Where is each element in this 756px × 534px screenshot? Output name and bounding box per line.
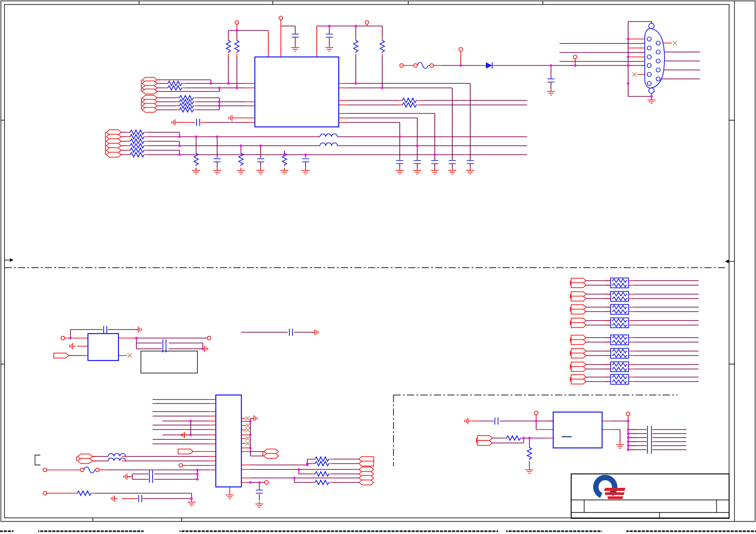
schematic-sheet bbox=[0, 0, 756, 534]
oscillator-ic bbox=[88, 334, 118, 360]
transceiver-circuit bbox=[105, 16, 527, 174]
ground-icon bbox=[325, 45, 333, 51]
title-block bbox=[571, 474, 729, 518]
resistor-pack-channel bbox=[570, 348, 699, 358]
ground-icon bbox=[547, 89, 555, 95]
ground-icon bbox=[172, 119, 178, 126]
ground-icon bbox=[192, 168, 200, 174]
no-connect-icon bbox=[246, 417, 250, 421]
resistor-pack-channel bbox=[570, 374, 699, 384]
resistor-pack-channel bbox=[570, 304, 699, 314]
ground-icon bbox=[312, 329, 318, 335]
resistor-pack-bank bbox=[570, 278, 699, 384]
no-connect-icon bbox=[673, 41, 677, 45]
protection-line bbox=[400, 22, 700, 104]
ground-icon bbox=[525, 467, 533, 473]
ground-icon bbox=[302, 168, 310, 174]
ground-icon bbox=[647, 97, 655, 104]
d-sub-connector bbox=[559, 22, 700, 104]
ground-icon bbox=[229, 115, 235, 121]
ground-icon bbox=[124, 473, 130, 480]
diode-icon bbox=[486, 62, 492, 69]
ground-icon bbox=[257, 168, 265, 174]
resistor-pack-channel bbox=[570, 278, 699, 288]
ground-icon bbox=[448, 168, 456, 174]
bottom-text-strip bbox=[0, 530, 756, 533]
edge-bracket bbox=[35, 455, 40, 465]
port-flag-group-bus bbox=[105, 130, 121, 157]
resistor-pack-channel bbox=[570, 291, 699, 301]
section-divider bbox=[4, 258, 734, 268]
no-connect-icon bbox=[246, 437, 250, 441]
ground-icon bbox=[466, 168, 474, 174]
ground-icon bbox=[70, 343, 76, 349]
ground-icon bbox=[135, 326, 141, 333]
ground-icon bbox=[213, 168, 221, 174]
ground-icon bbox=[396, 168, 404, 174]
port-flag-group-a bbox=[141, 78, 157, 94]
ground-icon bbox=[413, 168, 421, 174]
ground-icon bbox=[255, 501, 263, 508]
mounting-hole bbox=[649, 23, 654, 29]
mounting-hole bbox=[649, 88, 654, 93]
ground-icon bbox=[226, 492, 234, 499]
no-connect-icon bbox=[246, 428, 250, 432]
no-connect-icon bbox=[128, 354, 132, 358]
sub-region-divider bbox=[393, 395, 677, 466]
note-box bbox=[141, 351, 197, 373]
ground-icon bbox=[237, 168, 245, 174]
ground-icon bbox=[251, 415, 257, 421]
controller-circuit bbox=[35, 395, 374, 508]
ground-icon bbox=[431, 168, 439, 174]
sheet-frame bbox=[1, 1, 755, 521]
no-connect-icon bbox=[246, 424, 250, 428]
clock-driver-ic bbox=[553, 412, 602, 448]
ground-icon bbox=[111, 495, 118, 502]
no-connect-icon bbox=[246, 442, 250, 446]
port-flags bbox=[476, 436, 492, 446]
resistor-pack-channel bbox=[570, 335, 699, 345]
ground-icon bbox=[616, 442, 624, 448]
ground-icon bbox=[280, 168, 288, 174]
ground-icon bbox=[465, 418, 471, 424]
ground-icon bbox=[291, 45, 299, 51]
port-flag-group-b bbox=[141, 96, 157, 113]
power-terminal bbox=[235, 21, 239, 24]
port-flag bbox=[54, 353, 69, 358]
main-transceiver-ic bbox=[255, 57, 339, 127]
no-connect-icon bbox=[633, 73, 637, 77]
power-terminal bbox=[365, 21, 369, 24]
clock-driver-circuit bbox=[465, 411, 686, 473]
resistor-pack-channel bbox=[570, 318, 699, 328]
power-terminal bbox=[279, 16, 283, 20]
ground-icon bbox=[188, 499, 196, 506]
controller-ic bbox=[216, 395, 241, 487]
resistor-pack-channel bbox=[570, 362, 699, 372]
oscillator-circuit bbox=[54, 326, 318, 373]
company-logo bbox=[596, 478, 625, 499]
